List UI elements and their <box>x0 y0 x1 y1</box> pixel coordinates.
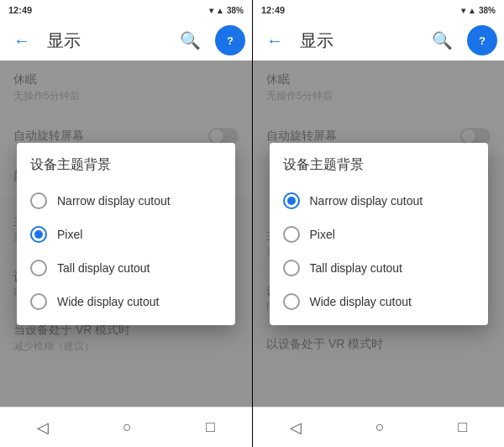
dialog-label-pixel-left: Pixel <box>57 228 82 241</box>
dialog-option-tall-left[interactable]: Tall display cutout <box>17 251 235 285</box>
status-icons-right: ▾ ▲ 38% <box>461 6 496 15</box>
dialog-left: 设备主题背景 Narrow display cutout Pixel Tall … <box>17 143 235 325</box>
dialog-overlay-right[interactable]: 设备主题背景 Narrow display cutout Pixel Tall … <box>253 60 504 407</box>
notification-icon-right: ▾ <box>461 6 465 15</box>
dialog-label-tall-left: Tall display cutout <box>57 261 150 275</box>
dialog-option-tall-right[interactable]: Tall display cutout <box>270 251 488 285</box>
radio-wide-right <box>283 293 300 310</box>
dialog-label-narrow-right: Narrow display cutout <box>310 194 423 208</box>
radio-narrow-left <box>30 192 47 209</box>
battery-icon: 38% <box>227 6 244 15</box>
status-bar-right: 12:49 ▾ ▲ 38% <box>253 0 504 20</box>
time-right: 12:49 <box>261 5 285 15</box>
dialog-title-right: 设备主题背景 <box>270 156 488 184</box>
radio-pixel-left <box>30 226 47 243</box>
nav-bar-left: ◁ ○ □ <box>0 407 252 447</box>
dialog-label-narrow-left: Narrow display cutout <box>57 194 171 208</box>
nav-recents-right[interactable]: □ <box>458 418 467 436</box>
dialog-option-narrow-left[interactable]: Narrow display cutout <box>17 184 235 218</box>
back-button-right[interactable]: ← <box>260 25 290 55</box>
help-button-left[interactable]: ? <box>215 25 245 55</box>
radio-narrow-inner-right <box>287 197 296 205</box>
page-title-left: 显示 <box>47 29 165 52</box>
radio-wide-left <box>30 293 47 310</box>
dialog-option-pixel-right[interactable]: Pixel <box>270 218 488 251</box>
top-bar-right: ← 显示 🔍 ? <box>253 20 504 60</box>
signal-icon: ▲ <box>216 6 224 15</box>
left-phone-panel: 12:49 ▾ ▲ 38% ← 显示 🔍 ? 休眠 无操作5分钟后 自动旋转屏幕… <box>0 0 252 447</box>
dialog-right: 设备主题背景 Narrow display cutout Pixel Tall … <box>270 143 488 325</box>
signal-icon-right: ▲ <box>468 6 476 15</box>
dialog-option-wide-right[interactable]: Wide display cutout <box>270 285 488 318</box>
dialog-option-wide-left[interactable]: Wide display cutout <box>17 285 235 318</box>
dialog-label-wide-left: Wide display cutout <box>57 295 159 308</box>
dialog-label-tall-right: Tall display cutout <box>310 261 403 275</box>
nav-home-left[interactable]: ○ <box>123 418 132 436</box>
dialog-option-narrow-right[interactable]: Narrow display cutout <box>270 184 488 218</box>
notification-icon: ▾ <box>209 6 213 15</box>
back-button-left[interactable]: ← <box>7 25 37 55</box>
search-button-left[interactable]: 🔍 <box>175 25 205 55</box>
top-bar-left: ← 显示 🔍 ? <box>0 20 252 60</box>
radio-tall-right <box>283 260 300 276</box>
content-area-right: 休眠 无操作5分钟后 自动旋转屏幕 设备主题背景 Narrow display … <box>253 60 504 407</box>
nav-recents-left[interactable]: □ <box>206 418 215 436</box>
page-title-right: 显示 <box>300 29 417 52</box>
radio-pixel-inner-left <box>34 230 43 239</box>
nav-back-right[interactable]: ◁ <box>290 418 302 437</box>
nav-home-right[interactable]: ○ <box>375 418 385 436</box>
search-button-right[interactable]: 🔍 <box>427 25 457 55</box>
status-icons-left: ▾ ▲ 38% <box>209 6 244 15</box>
nav-bar-right: ◁ ○ □ <box>253 407 504 447</box>
status-bar-left: 12:49 ▾ ▲ 38% <box>0 0 252 20</box>
dialog-title-left: 设备主题背景 <box>17 156 235 184</box>
dialog-label-wide-right: Wide display cutout <box>310 295 412 308</box>
battery-icon-right: 38% <box>479 6 496 15</box>
content-area-left: 休眠 无操作5分钟后 自动旋转屏幕 颜色 设备主题背景 Narrow displ… <box>0 60 252 407</box>
nav-back-left[interactable]: ◁ <box>37 418 49 437</box>
radio-pixel-right <box>283 226 300 243</box>
radio-narrow-right <box>283 192 300 209</box>
time-left: 12:49 <box>8 5 32 15</box>
dialog-option-pixel-left[interactable]: Pixel <box>17 218 235 251</box>
right-phone-panel: 12:49 ▾ ▲ 38% ← 显示 🔍 ? 休眠 无操作5分钟后 自动旋转屏幕 <box>252 0 504 447</box>
dialog-label-pixel-right: Pixel <box>310 228 335 241</box>
dialog-overlay-left[interactable]: 设备主题背景 Narrow display cutout Pixel Tall … <box>0 60 252 407</box>
help-button-right[interactable]: ? <box>467 25 497 55</box>
radio-tall-left <box>30 260 47 276</box>
